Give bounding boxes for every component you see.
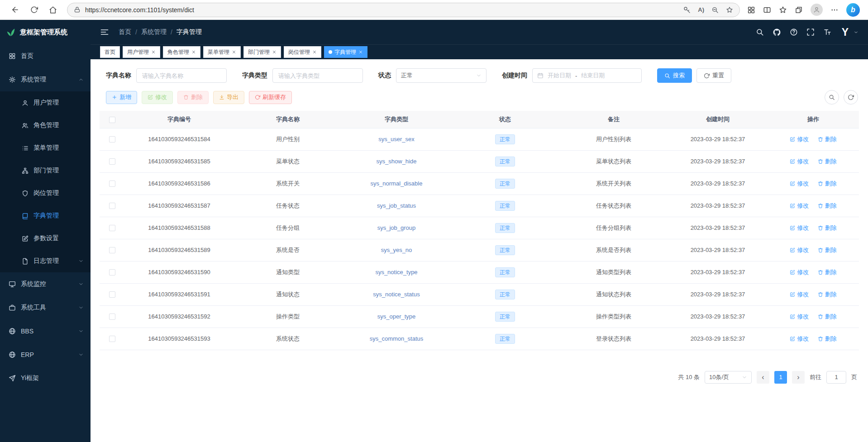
- row-edit-link[interactable]: 修改: [790, 224, 809, 232]
- tab-user-mgmt[interactable]: 用户管理: [123, 46, 160, 58]
- row-delete-link[interactable]: 删除: [818, 157, 837, 166]
- browser-back-button[interactable]: [6, 2, 24, 18]
- next-page-button[interactable]: ›: [792, 371, 805, 384]
- extensions-icon[interactable]: [747, 6, 755, 14]
- row-edit-link[interactable]: 修改: [790, 180, 809, 188]
- favorite-star-icon[interactable]: [726, 6, 733, 14]
- dict-type-input[interactable]: [272, 68, 363, 83]
- row-delete-link[interactable]: 删除: [818, 180, 837, 188]
- sidebar-item-erp[interactable]: ERP: [0, 343, 91, 366]
- toggle-search-button[interactable]: [825, 90, 839, 105]
- sidebar-item-yi-framework[interactable]: Yi框架: [0, 366, 91, 390]
- user-avatar-logo[interactable]: Y: [842, 26, 849, 38]
- sidebar-item-log-mgmt[interactable]: 日志管理: [0, 250, 91, 272]
- help-icon[interactable]: [790, 28, 798, 36]
- sidebar-item-role-mgmt[interactable]: 角色管理: [0, 114, 91, 137]
- add-button[interactable]: 新增: [106, 91, 137, 104]
- refresh-table-button[interactable]: [844, 90, 858, 105]
- sidebar-item-home[interactable]: 首页: [0, 44, 91, 68]
- tab-role-mgmt[interactable]: 角色管理: [163, 46, 200, 58]
- read-aloud-icon[interactable]: A): [698, 6, 704, 13]
- row-delete-link[interactable]: 删除: [818, 202, 837, 210]
- goto-page-input[interactable]: [826, 371, 846, 384]
- dict-type-link[interactable]: sys_oper_type: [377, 313, 416, 320]
- fullscreen-icon[interactable]: [806, 28, 815, 36]
- sidebar-item-param-settings[interactable]: 参数设置: [0, 227, 91, 250]
- search-icon[interactable]: [756, 28, 764, 36]
- close-icon[interactable]: [312, 50, 317, 54]
- row-checkbox[interactable]: [109, 269, 115, 276]
- dict-type-link[interactable]: sys_job_group: [377, 224, 416, 231]
- breadcrumb-system[interactable]: 系统管理: [141, 28, 167, 36]
- row-checkbox[interactable]: [109, 203, 115, 209]
- sidebar-item-bbs[interactable]: BBS: [0, 319, 91, 343]
- row-delete-link[interactable]: 删除: [818, 246, 837, 254]
- row-edit-link[interactable]: 修改: [790, 290, 809, 299]
- row-checkbox[interactable]: [109, 136, 115, 143]
- font-size-icon[interactable]: [823, 28, 831, 36]
- tab-home[interactable]: 首页: [100, 46, 120, 58]
- dict-name-input[interactable]: [136, 68, 227, 83]
- address-bar[interactable]: https://ccnetcore.com:1101/system/dict A…: [67, 3, 740, 17]
- browser-home-button[interactable]: [44, 2, 62, 18]
- close-icon[interactable]: [232, 50, 236, 54]
- row-edit-link[interactable]: 修改: [790, 335, 809, 343]
- page-1-button[interactable]: 1: [774, 371, 787, 384]
- sidebar-item-monitor[interactable]: 系统监控: [0, 272, 91, 296]
- sidebar-item-tools[interactable]: 系统工具: [0, 296, 91, 319]
- edit-button[interactable]: 修改: [142, 91, 173, 104]
- sidebar-item-system-mgmt[interactable]: 系统管理: [0, 68, 91, 91]
- sidebar-item-menu-mgmt[interactable]: 菜单管理: [0, 137, 91, 159]
- github-icon[interactable]: [773, 28, 781, 37]
- close-icon[interactable]: [191, 50, 196, 54]
- sidebar-item-post-mgmt[interactable]: 岗位管理: [0, 182, 91, 204]
- row-delete-link[interactable]: 删除: [818, 313, 837, 321]
- row-delete-link[interactable]: 删除: [818, 290, 837, 299]
- split-screen-icon[interactable]: [763, 6, 771, 14]
- date-range-picker[interactable]: 开始日期 - 结束日期: [532, 68, 642, 83]
- sidebar-item-dept-mgmt[interactable]: 部门管理: [0, 159, 91, 182]
- row-edit-link[interactable]: 修改: [790, 313, 809, 321]
- dict-type-link[interactable]: sys_notice_type: [375, 269, 417, 276]
- zoom-out-icon[interactable]: [711, 6, 719, 14]
- close-icon[interactable]: [358, 50, 363, 54]
- close-icon[interactable]: [151, 50, 156, 54]
- dict-type-link[interactable]: sys_normal_disable: [371, 180, 423, 187]
- row-checkbox[interactable]: [109, 225, 115, 231]
- favorites-bar-icon[interactable]: [779, 6, 787, 14]
- dict-type-link[interactable]: sys_common_status: [370, 335, 424, 342]
- dict-type-link[interactable]: sys_user_sex: [378, 136, 414, 143]
- row-delete-link[interactable]: 删除: [818, 224, 837, 232]
- browser-refresh-button[interactable]: [25, 2, 43, 18]
- row-edit-link[interactable]: 修改: [790, 157, 809, 166]
- row-delete-link[interactable]: 删除: [818, 135, 837, 143]
- select-all-checkbox[interactable]: [109, 117, 115, 123]
- bing-chat-icon[interactable]: b: [846, 3, 860, 17]
- row-checkbox[interactable]: [109, 158, 115, 165]
- search-button[interactable]: 搜索: [657, 68, 692, 83]
- tab-dept-mgmt[interactable]: 部门管理: [243, 46, 281, 58]
- more-menu-icon[interactable]: [830, 6, 839, 14]
- dict-type-link[interactable]: sys_notice_status: [373, 291, 420, 298]
- row-edit-link[interactable]: 修改: [790, 246, 809, 254]
- prev-page-button[interactable]: ‹: [757, 371, 769, 384]
- export-button[interactable]: 导出: [213, 91, 244, 104]
- row-checkbox[interactable]: [109, 314, 115, 320]
- sidebar-item-user-mgmt[interactable]: 用户管理: [0, 91, 91, 114]
- row-delete-link[interactable]: 删除: [818, 335, 837, 343]
- row-edit-link[interactable]: 修改: [790, 135, 809, 143]
- dict-type-link[interactable]: sys_show_hide: [377, 158, 417, 165]
- status-select[interactable]: 正常: [396, 68, 486, 83]
- tab-menu-mgmt[interactable]: 菜单管理: [203, 46, 241, 58]
- row-checkbox[interactable]: [109, 247, 115, 253]
- row-edit-link[interactable]: 修改: [790, 202, 809, 210]
- row-checkbox[interactable]: [109, 336, 115, 342]
- collections-icon[interactable]: [795, 6, 803, 14]
- sidebar-item-dict-mgmt[interactable]: 字典管理: [0, 204, 91, 227]
- row-checkbox[interactable]: [109, 291, 115, 298]
- row-checkbox[interactable]: [109, 181, 115, 187]
- delete-button[interactable]: 删除: [177, 91, 209, 104]
- dict-type-link[interactable]: sys_yes_no: [381, 247, 412, 253]
- tab-dict-mgmt[interactable]: 字典管理: [324, 46, 367, 58]
- breadcrumb-home[interactable]: 首页: [119, 28, 131, 36]
